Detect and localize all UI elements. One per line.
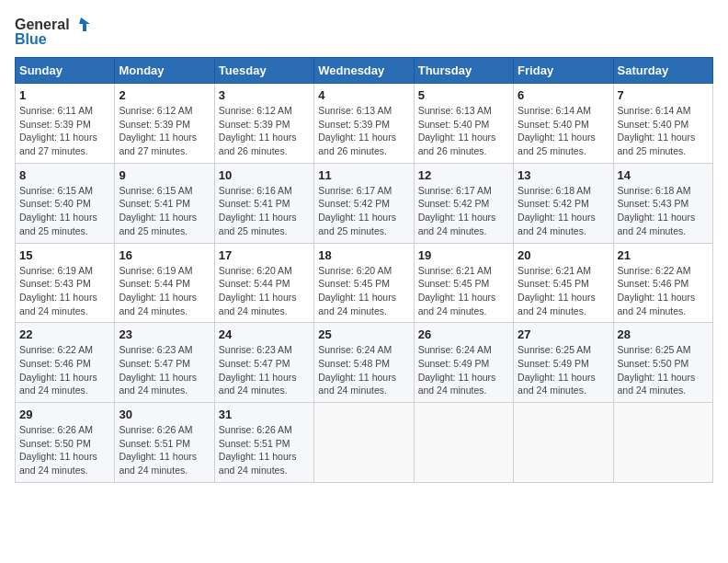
calendar-cell: 4Sunrise: 6:13 AM Sunset: 5:39 PM Daylig… <box>314 84 414 164</box>
day-number: 11 <box>318 168 409 182</box>
day-number: 31 <box>219 408 310 421</box>
day-info: Sunrise: 6:13 AM Sunset: 5:39 PM Dayligh… <box>318 104 409 158</box>
day-number: 23 <box>119 327 210 341</box>
day-header-thursday: Thursday <box>414 58 513 84</box>
calendar-cell <box>414 403 513 483</box>
calendar-cell: 30Sunrise: 6:26 AM Sunset: 5:51 PM Dayli… <box>115 403 214 483</box>
calendar-cell: 21Sunrise: 6:22 AM Sunset: 5:46 PM Dayli… <box>613 243 712 323</box>
calendar-cell: 28Sunrise: 6:25 AM Sunset: 5:50 PM Dayli… <box>613 323 712 403</box>
calendar-cell: 15Sunrise: 6:19 AM Sunset: 5:43 PM Dayli… <box>16 243 115 323</box>
logo: General Blue <box>15 15 92 48</box>
day-info: Sunrise: 6:14 AM Sunset: 5:40 PM Dayligh… <box>518 104 609 158</box>
calendar-cell: 9Sunrise: 6:15 AM Sunset: 5:41 PM Daylig… <box>115 163 214 243</box>
day-number: 20 <box>518 248 609 262</box>
calendar-cell: 5Sunrise: 6:13 AM Sunset: 5:40 PM Daylig… <box>414 84 513 164</box>
day-number: 18 <box>318 248 409 262</box>
logo-blue: Blue <box>15 31 47 48</box>
day-info: Sunrise: 6:18 AM Sunset: 5:43 PM Dayligh… <box>618 184 709 238</box>
calendar-cell: 27Sunrise: 6:25 AM Sunset: 5:49 PM Dayli… <box>514 323 613 403</box>
calendar-cell: 11Sunrise: 6:17 AM Sunset: 5:42 PM Dayli… <box>314 163 414 243</box>
calendar-cell <box>514 403 613 483</box>
calendar-cell: 23Sunrise: 6:23 AM Sunset: 5:47 PM Dayli… <box>115 323 214 403</box>
day-number: 30 <box>119 408 210 421</box>
day-info: Sunrise: 6:12 AM Sunset: 5:39 PM Dayligh… <box>219 104 310 158</box>
day-info: Sunrise: 6:21 AM Sunset: 5:45 PM Dayligh… <box>518 264 609 318</box>
day-info: Sunrise: 6:19 AM Sunset: 5:43 PM Dayligh… <box>19 264 110 318</box>
calendar-cell: 19Sunrise: 6:21 AM Sunset: 5:45 PM Dayli… <box>414 243 513 323</box>
day-header-wednesday: Wednesday <box>314 58 414 84</box>
day-info: Sunrise: 6:15 AM Sunset: 5:41 PM Dayligh… <box>119 184 210 238</box>
calendar-cell: 14Sunrise: 6:18 AM Sunset: 5:43 PM Dayli… <box>613 163 712 243</box>
calendar-cell: 8Sunrise: 6:15 AM Sunset: 5:40 PM Daylig… <box>16 163 115 243</box>
day-info: Sunrise: 6:13 AM Sunset: 5:40 PM Dayligh… <box>418 104 509 158</box>
day-number: 28 <box>618 327 709 341</box>
day-info: Sunrise: 6:18 AM Sunset: 5:42 PM Dayligh… <box>518 184 609 238</box>
calendar-cell: 7Sunrise: 6:14 AM Sunset: 5:40 PM Daylig… <box>613 84 712 164</box>
day-number: 22 <box>19 327 110 341</box>
calendar-cell: 25Sunrise: 6:24 AM Sunset: 5:48 PM Dayli… <box>314 323 414 403</box>
day-info: Sunrise: 6:22 AM Sunset: 5:46 PM Dayligh… <box>618 264 709 318</box>
day-info: Sunrise: 6:12 AM Sunset: 5:39 PM Dayligh… <box>119 104 210 158</box>
day-number: 16 <box>119 248 210 262</box>
day-header-monday: Monday <box>115 58 214 84</box>
day-number: 21 <box>618 248 709 262</box>
logo-bird-icon <box>72 15 92 35</box>
day-number: 1 <box>19 88 110 102</box>
day-header-sunday: Sunday <box>16 58 115 84</box>
day-number: 5 <box>418 88 509 102</box>
day-number: 8 <box>19 168 110 182</box>
day-info: Sunrise: 6:25 AM Sunset: 5:49 PM Dayligh… <box>518 343 609 397</box>
day-info: Sunrise: 6:22 AM Sunset: 5:46 PM Dayligh… <box>19 343 110 397</box>
day-number: 26 <box>418 327 509 341</box>
svg-marker-0 <box>79 17 90 31</box>
day-info: Sunrise: 6:19 AM Sunset: 5:44 PM Dayligh… <box>119 264 210 318</box>
calendar-cell: 26Sunrise: 6:24 AM Sunset: 5:49 PM Dayli… <box>414 323 513 403</box>
day-number: 15 <box>19 248 110 262</box>
day-info: Sunrise: 6:15 AM Sunset: 5:40 PM Dayligh… <box>19 184 110 238</box>
calendar-cell: 3Sunrise: 6:12 AM Sunset: 5:39 PM Daylig… <box>214 84 313 164</box>
calendar-cell: 29Sunrise: 6:26 AM Sunset: 5:50 PM Dayli… <box>16 403 115 483</box>
page-header: General Blue <box>15 15 713 48</box>
calendar-cell: 17Sunrise: 6:20 AM Sunset: 5:44 PM Dayli… <box>214 243 313 323</box>
calendar-table: SundayMondayTuesdayWednesdayThursdayFrid… <box>15 57 713 483</box>
calendar-header-row: SundayMondayTuesdayWednesdayThursdayFrid… <box>16 58 713 84</box>
day-number: 3 <box>219 88 310 102</box>
day-number: 13 <box>518 168 609 182</box>
day-number: 2 <box>119 88 210 102</box>
day-info: Sunrise: 6:26 AM Sunset: 5:50 PM Dayligh… <box>19 423 110 477</box>
day-info: Sunrise: 6:17 AM Sunset: 5:42 PM Dayligh… <box>318 184 409 238</box>
day-info: Sunrise: 6:17 AM Sunset: 5:42 PM Dayligh… <box>418 184 509 238</box>
day-number: 19 <box>418 248 509 262</box>
day-number: 10 <box>219 168 310 182</box>
calendar-week-3: 15Sunrise: 6:19 AM Sunset: 5:43 PM Dayli… <box>16 243 713 323</box>
day-info: Sunrise: 6:25 AM Sunset: 5:50 PM Dayligh… <box>618 343 709 397</box>
day-number: 14 <box>618 168 709 182</box>
day-info: Sunrise: 6:20 AM Sunset: 5:45 PM Dayligh… <box>318 264 409 318</box>
day-number: 4 <box>318 88 409 102</box>
calendar-cell: 1Sunrise: 6:11 AM Sunset: 5:39 PM Daylig… <box>16 84 115 164</box>
calendar-cell: 20Sunrise: 6:21 AM Sunset: 5:45 PM Dayli… <box>514 243 613 323</box>
day-info: Sunrise: 6:21 AM Sunset: 5:45 PM Dayligh… <box>418 264 509 318</box>
calendar-cell: 13Sunrise: 6:18 AM Sunset: 5:42 PM Dayli… <box>514 163 613 243</box>
calendar-cell: 10Sunrise: 6:16 AM Sunset: 5:41 PM Dayli… <box>214 163 313 243</box>
calendar-cell: 12Sunrise: 6:17 AM Sunset: 5:42 PM Dayli… <box>414 163 513 243</box>
day-info: Sunrise: 6:26 AM Sunset: 5:51 PM Dayligh… <box>119 423 210 477</box>
calendar-cell: 18Sunrise: 6:20 AM Sunset: 5:45 PM Dayli… <box>314 243 414 323</box>
day-number: 7 <box>618 88 709 102</box>
day-info: Sunrise: 6:14 AM Sunset: 5:40 PM Dayligh… <box>618 104 709 158</box>
calendar-cell <box>613 403 712 483</box>
day-info: Sunrise: 6:26 AM Sunset: 5:51 PM Dayligh… <box>219 423 310 477</box>
day-info: Sunrise: 6:11 AM Sunset: 5:39 PM Dayligh… <box>19 104 110 158</box>
calendar-cell <box>314 403 414 483</box>
calendar-cell: 6Sunrise: 6:14 AM Sunset: 5:40 PM Daylig… <box>514 84 613 164</box>
calendar-week-1: 1Sunrise: 6:11 AM Sunset: 5:39 PM Daylig… <box>16 84 713 164</box>
calendar-cell: 16Sunrise: 6:19 AM Sunset: 5:44 PM Dayli… <box>115 243 214 323</box>
calendar-week-2: 8Sunrise: 6:15 AM Sunset: 5:40 PM Daylig… <box>16 163 713 243</box>
day-number: 29 <box>19 408 110 421</box>
day-number: 6 <box>518 88 609 102</box>
day-number: 27 <box>518 327 609 341</box>
logo-container: General Blue <box>15 15 92 48</box>
day-number: 24 <box>219 327 310 341</box>
day-info: Sunrise: 6:23 AM Sunset: 5:47 PM Dayligh… <box>219 343 310 397</box>
day-info: Sunrise: 6:23 AM Sunset: 5:47 PM Dayligh… <box>119 343 210 397</box>
